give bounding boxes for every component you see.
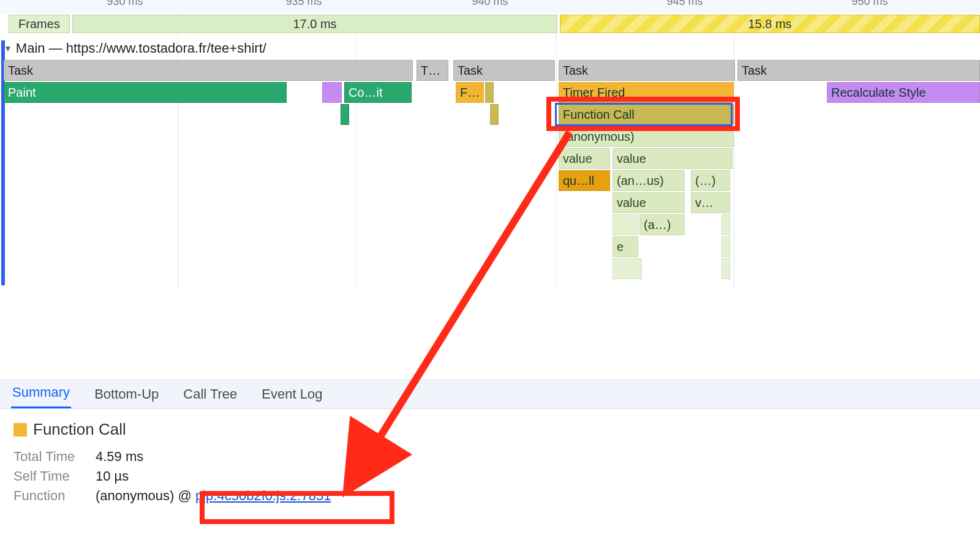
- details-panel: Summary Bottom-Up Call Tree Event Log Fu…: [0, 380, 980, 551]
- flame-recalculate-style[interactable]: Recalculate Style: [827, 82, 980, 103]
- flame-anonymous[interactable]: (a…): [639, 214, 685, 235]
- details-tabs: Summary Bottom-Up Call Tree Event Log: [0, 380, 980, 409]
- frame-block-partial[interactable]: 15.8 ms: [560, 15, 980, 33]
- flame-block[interactable]: [490, 104, 499, 125]
- tab-event-log[interactable]: Event Log: [260, 380, 323, 408]
- task-block[interactable]: Task: [453, 60, 555, 81]
- detail-title: Function Call: [33, 420, 126, 439]
- color-swatch: [13, 423, 27, 437]
- ruler-tick: 945 ms: [666, 0, 703, 8]
- flame-queryselectorall[interactable]: qu…ll: [559, 170, 610, 191]
- flame-block[interactable]: [612, 258, 642, 279]
- value-self-time: 10 µs: [96, 468, 129, 484]
- task-block[interactable]: Task: [737, 60, 980, 81]
- flame-block[interactable]: [341, 104, 349, 125]
- flame-function-call[interactable]: Function Call: [559, 104, 734, 125]
- frames-track: Frames 17.0 ms 15.8 ms: [0, 13, 980, 34]
- source-link[interactable]: plp.4c50b2f0.js:2:7851: [195, 488, 331, 503]
- label-total-time: Total Time: [13, 449, 87, 465]
- flame-block[interactable]: [722, 214, 730, 235]
- frames-label: Frames: [9, 15, 70, 33]
- flame-value[interactable]: v…: [691, 192, 730, 213]
- flame-value[interactable]: value: [612, 148, 733, 169]
- task-block[interactable]: Task: [4, 60, 413, 81]
- flame-timer-fired[interactable]: Timer Fired: [559, 82, 734, 103]
- flame-block[interactable]: [722, 236, 730, 257]
- flame-paint[interactable]: Paint: [4, 82, 287, 103]
- flame-block[interactable]: [485, 82, 494, 103]
- frame-block[interactable]: 17.0 ms: [72, 15, 557, 33]
- flame-value[interactable]: value: [559, 148, 610, 169]
- at-symbol: @: [178, 488, 192, 503]
- ruler-tick: 930 ms: [107, 0, 143, 8]
- task-block[interactable]: Task: [559, 60, 735, 81]
- value-function-name: (anonymous): [96, 488, 174, 503]
- disclosure-triangle-icon[interactable]: ▼: [4, 43, 12, 53]
- value-total-time: 4.59 ms: [96, 449, 143, 465]
- tab-call-tree[interactable]: Call Tree: [182, 380, 238, 408]
- flame-anonymous[interactable]: (an…us): [612, 170, 685, 191]
- flame-value[interactable]: value: [612, 192, 685, 213]
- flame-anonymous[interactable]: (…): [691, 170, 730, 191]
- flame-f[interactable]: F…: [456, 82, 484, 103]
- flame-commit[interactable]: Co…it: [344, 82, 412, 103]
- task-row: Task T… Task Task Task: [4, 60, 980, 81]
- timeline-ruler: 930 ms 935 ms 940 ms 945 ms 950 ms: [0, 0, 980, 13]
- flame-block[interactable]: [722, 258, 730, 279]
- label-self-time: Self Time: [13, 468, 87, 484]
- flame-block[interactable]: [322, 82, 342, 103]
- main-thread-label[interactable]: ▼ Main — https://www.tostadora.fr/tee+sh…: [4, 40, 266, 56]
- tab-bottom-up[interactable]: Bottom-Up: [93, 380, 160, 408]
- flame-anonymous[interactable]: (anonymous): [559, 126, 734, 147]
- tab-summary[interactable]: Summary: [11, 378, 71, 408]
- ruler-tick: 940 ms: [472, 0, 508, 8]
- main-thread-title: Main — https://www.tostadora.fr/tee+shir…: [16, 40, 266, 56]
- label-function: Function: [13, 488, 87, 504]
- flame-block[interactable]: [612, 214, 638, 235]
- ruler-tick: 935 ms: [285, 0, 322, 8]
- task-block[interactable]: T…: [417, 60, 448, 81]
- ruler-tick: 950 ms: [851, 0, 888, 8]
- flame-e[interactable]: e: [612, 236, 638, 257]
